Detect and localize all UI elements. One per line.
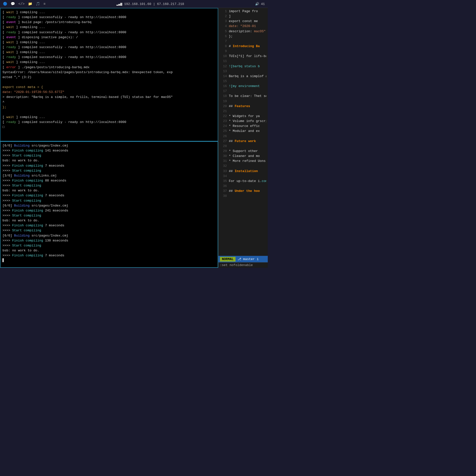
line-number: 29 [220, 149, 227, 154]
terminal-line: [ wait ] compiling ... [2, 60, 216, 65]
terminal-line: [ error ] ./pages/posts/introducing-barb… [2, 65, 216, 70]
line-number: 9 [220, 49, 227, 54]
terminal-bottom[interactable]: [6/6] Building src/pages/Index.cmj>>>> F… [0, 141, 218, 268]
line-content: * Resource effic [229, 124, 266, 129]
icon-menu[interactable]: ≡ [43, 2, 45, 6]
editor-text: date: "2020-01 [229, 24, 256, 28]
editor-text: Future work [235, 139, 256, 143]
line-content [229, 194, 266, 199]
terminal-text: [ [2, 15, 6, 19]
editor-text: script [260, 119, 266, 123]
line-number: 25 [220, 129, 227, 134]
editor-text: of alacrity ter [260, 74, 266, 78]
terminal-text: [ [2, 115, 6, 119]
line-content: For up-to-date i.com/bkase/barbo [229, 179, 266, 184]
line-content: date: "2020-01 [229, 24, 266, 29]
terminal-text: >>>> [2, 239, 12, 242]
line-content [229, 89, 266, 94]
editor-text: description: [229, 30, 254, 33]
icon-music[interactable]: 🎵 [36, 2, 40, 6]
terminal-text: [ [2, 60, 6, 64]
line-number: 27 [220, 139, 227, 144]
terminal-text: >>>> [2, 199, 12, 203]
terminal-line: ▋ [2, 258, 216, 263]
line-number: 3 [220, 19, 227, 24]
terminal-text: >>>> [2, 229, 12, 232]
terminal-text: [ [2, 120, 6, 124]
terminal-text: [ [2, 50, 6, 54]
terminal-text: >>>> [2, 209, 12, 212]
editor-line: 8# Introducing Ba [218, 44, 268, 49]
terminal-line: >>>> Finish compiling 7 mseconds [2, 253, 216, 258]
editor-line: 21 [218, 109, 268, 114]
terminal-text: wait [6, 25, 14, 29]
terminal-text: ] compiling ... [14, 10, 45, 14]
terminal-text: ] disposing inactive page(s): / [16, 35, 78, 39]
terminal-text: src/Links.cmj [30, 174, 57, 178]
command-line[interactable]: :set nofoldenable [218, 262, 268, 268]
terminal-text: > description: "Barbq is a simple, no fr… [2, 95, 159, 99]
terminal-text: ready [6, 55, 16, 59]
terminal-text: ▋ [2, 259, 4, 262]
terminal-line: [ wait ] compiling ... [2, 10, 216, 15]
terminal-text: [ [2, 65, 6, 69]
terminal-text: ected "," (3:2) [2, 75, 31, 79]
terminal-text: Start compiling [12, 184, 41, 187]
terminal-line: SyntaxError: /Users/bkase/site2/pages/po… [2, 70, 216, 75]
line-content: description: macOS" [229, 29, 266, 34]
icon-code[interactable]: </> [18, 2, 25, 6]
top-bar-icons: 🔵 💬 </> 📁 🎵 ≡ [3, 2, 46, 6]
terminal-line [2, 80, 216, 85]
line-content: ![my environment [229, 84, 266, 89]
line-content [229, 49, 266, 54]
terminal-text: ready [6, 45, 16, 49]
line-content [229, 134, 266, 139]
terminal-text: bsb: no work to do. [2, 189, 39, 192]
line-number: 32 [220, 164, 227, 169]
line-content: * Cleaner and mo [229, 154, 266, 159]
terminal-text: SyntaxError: /Users/bkase/site2/pages/po… [2, 70, 173, 74]
terminal-text: 7 mseconds [43, 224, 64, 227]
editor-text: ## [229, 189, 235, 193]
icon-chat[interactable]: 💬 [11, 2, 15, 6]
editor-line: 20## Features [218, 104, 268, 109]
terminal-text: 88 mseconds [43, 179, 66, 182]
terminal-text: macOS" [159, 95, 173, 99]
terminal-text: src/pages/Index.cmj [30, 234, 68, 238]
terminal-line: [ wait ] compiling ... [2, 50, 216, 55]
line-number: 17 [220, 89, 227, 94]
terminal-text: Start compiling [12, 244, 41, 247]
editor-text: Features [235, 104, 250, 108]
network-addresses: 192.168.101.60 | 67.160.217.218 [124, 2, 184, 6]
terminal-line: >>>> Start compiling [2, 213, 216, 218]
terminal-line: >>>> Start compiling [2, 168, 216, 173]
line-number: 34 [220, 174, 227, 179]
editor-line: 10TUIs[^1] for lifs-bar for macOS. [218, 54, 268, 59]
terminal-text: Start compiling [12, 169, 41, 173]
terminal-line: ^ [2, 100, 216, 105]
terminal-line: bsb: no work to do. [2, 248, 216, 253]
terminal-line: [ wait ] compiling ... [2, 40, 216, 45]
editor-line: 5 description: macOS" [218, 29, 268, 34]
terminal-line: date: "2020-01-19T20:56:53.677Z" [2, 90, 216, 95]
line-content: * More refined Uons [229, 159, 266, 164]
terminal-text: >>>> [2, 179, 12, 182]
editor-line: 33## Installation [218, 169, 268, 174]
editor-text: * Support other [229, 149, 258, 153]
icon-circle[interactable]: 🔵 [3, 2, 7, 6]
line-content: * Modular and ex [229, 129, 266, 134]
line-number: 4 [220, 24, 227, 29]
line-content: ## Installation [229, 169, 266, 174]
line-content [229, 99, 266, 104]
line-number: 13 [220, 69, 227, 74]
terminal-text: ] compiling ... [14, 25, 45, 29]
terminal-text: [ [2, 30, 6, 34]
terminal-top[interactable]: [ wait ] compiling ...[ ready ] compiled… [0, 8, 218, 141]
terminal-text: ready [6, 15, 16, 19]
terminal-line: □ [2, 125, 216, 130]
right-panel: 1import Page fro2]3export const me4 date… [218, 8, 268, 268]
terminal-text: 7 mseconds [43, 194, 64, 197]
editor-text: }; [229, 34, 233, 38]
terminal-line: > description: "Barbq is a simple, no fr… [2, 95, 216, 100]
icon-folder[interactable]: 📁 [28, 2, 32, 6]
